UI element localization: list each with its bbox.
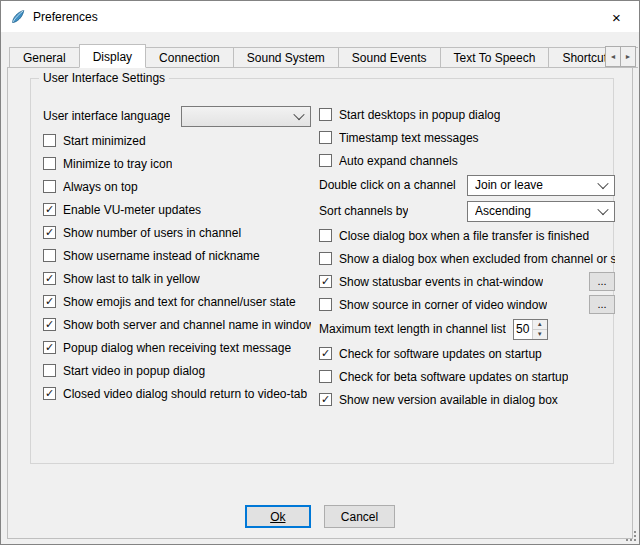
checkbox-row[interactable]: Check for beta software updates on start… xyxy=(319,365,615,388)
dialog-button-row: Ok Cancel xyxy=(8,505,632,528)
checkbox[interactable]: ✓ xyxy=(319,275,332,288)
checkbox-row[interactable]: Show a dialog box when excluded from cha… xyxy=(319,247,615,270)
checkbox-label: Popup dialog when receiving text message xyxy=(63,341,291,355)
checkbox-row[interactable]: ✓Show last to talk in yellow xyxy=(43,267,311,290)
checkbox-row[interactable]: Start video in popup dialog xyxy=(43,359,311,382)
cancel-button[interactable]: Cancel xyxy=(324,505,395,528)
checkbox-row[interactable]: Always on top xyxy=(43,175,311,198)
checkbox-row[interactable]: Auto expand channels xyxy=(319,149,615,172)
field-row: Sort channels byAscending xyxy=(319,198,615,224)
checkbox[interactable] xyxy=(43,364,56,377)
checkbox[interactable]: ✓ xyxy=(43,318,56,331)
field-label: User interface language xyxy=(43,109,170,123)
checkbox[interactable]: ✓ xyxy=(43,295,56,308)
chevron-down-icon xyxy=(597,178,608,189)
checkbox-row[interactable]: Minimize to tray icon xyxy=(43,152,311,175)
checkbox-row[interactable]: ✓Check for software updates on startup xyxy=(319,342,615,365)
checkbox-row[interactable]: ✓Enable VU-meter updates xyxy=(43,198,311,221)
spinner-arrows: ▲▼ xyxy=(532,320,547,339)
checkbox-label: Show statusbar events in chat-window xyxy=(339,275,543,289)
checkbox-row[interactable]: ✓Closed video dialog should return to vi… xyxy=(43,382,311,405)
ok-button[interactable]: Ok xyxy=(245,505,311,528)
checkbox-row[interactable]: Show source in corner of video window... xyxy=(319,293,615,316)
checkbox[interactable]: ✓ xyxy=(319,347,332,360)
checkbox[interactable]: ✓ xyxy=(43,341,56,354)
checkbox[interactable] xyxy=(319,108,332,121)
left-settings-column: User interface languageStart minimizedMi… xyxy=(43,103,311,405)
checkbox[interactable] xyxy=(43,134,56,147)
checkbox-label: Start minimized xyxy=(63,134,146,148)
checkbox-row[interactable]: Start desktops in popup dialog xyxy=(319,103,615,126)
checkbox-label: Show source in corner of video window xyxy=(339,298,547,312)
tab-connection[interactable]: Connection xyxy=(145,47,234,68)
checkbox-row[interactable]: ✓Show number of users in channel xyxy=(43,221,311,244)
tab-display[interactable]: Display xyxy=(79,44,146,68)
close-button[interactable]: × xyxy=(594,1,639,32)
dropdown-value: Ascending xyxy=(475,204,591,218)
checkbox[interactable]: ✓ xyxy=(319,393,332,406)
field-label: Maximum text length in channel list xyxy=(319,322,506,336)
checkbox-row[interactable]: ✓Popup dialog when receiving text messag… xyxy=(43,336,311,359)
field-row: Double click on a channelJoin or leave xyxy=(319,172,615,198)
language-dropdown[interactable] xyxy=(181,106,311,127)
checkbox-row[interactable]: Show username instead of nickname xyxy=(43,244,311,267)
checkbox[interactable] xyxy=(43,180,56,193)
checkbox-label: Show a dialog box when excluded from cha… xyxy=(339,252,615,266)
group-title: User Interface Settings xyxy=(39,71,169,85)
checkbox[interactable] xyxy=(319,154,332,167)
field-row: Maximum text length in channel list50▲▼ xyxy=(319,316,615,342)
checkbox[interactable] xyxy=(319,131,332,144)
more-options-button[interactable]: ... xyxy=(589,295,615,314)
sort-channels-dropdown[interactable]: Ascending xyxy=(467,201,615,222)
checkbox[interactable] xyxy=(319,298,332,311)
spin-down-icon[interactable]: ▼ xyxy=(533,330,547,339)
checkbox[interactable]: ✓ xyxy=(43,226,56,239)
chevron-down-icon xyxy=(597,204,608,215)
checkbox-label: Auto expand channels xyxy=(339,154,458,168)
tab-scroll-left-icon[interactable]: ◄ xyxy=(605,46,621,67)
more-options-button[interactable]: ... xyxy=(589,272,615,291)
checkbox-label: Show emojis and text for channel/user st… xyxy=(63,295,296,309)
checkbox-row[interactable]: Start minimized xyxy=(43,129,311,152)
checkbox-label: Start desktops in popup dialog xyxy=(339,108,500,122)
spinner-value: 50 xyxy=(514,320,532,339)
checkbox-label: Start video in popup dialog xyxy=(63,364,205,378)
dropdown-value: Join or leave xyxy=(475,178,591,192)
checkbox-label: Show new version available in dialog box xyxy=(339,393,558,407)
tab-general[interactable]: General xyxy=(9,47,80,68)
checkbox[interactable]: ✓ xyxy=(43,272,56,285)
titlebar[interactable]: Preferences × xyxy=(1,1,639,32)
checkbox[interactable] xyxy=(43,249,56,262)
checkbox-label: Show number of users in channel xyxy=(63,226,241,240)
window-title: Preferences xyxy=(33,10,98,24)
checkbox-row[interactable]: Timestamp text messages xyxy=(319,126,615,149)
tab-sound-events[interactable]: Sound Events xyxy=(338,47,441,68)
checkbox-row[interactable]: ✓Show statusbar events in chat-window... xyxy=(319,270,615,293)
checkbox[interactable]: ✓ xyxy=(43,203,56,216)
tab-scroll-right-icon[interactable]: ► xyxy=(620,46,636,67)
preferences-dialog: Preferences × GeneralDisplayConnectionSo… xyxy=(0,0,640,545)
tab-text-to-speech[interactable]: Text To Speech xyxy=(440,47,550,68)
checkbox[interactable] xyxy=(319,370,332,383)
max-text-length-spinner[interactable]: 50▲▼ xyxy=(513,319,548,340)
checkbox-row[interactable]: Close dialog box when a file transfer is… xyxy=(319,224,615,247)
checkbox[interactable] xyxy=(319,229,332,242)
checkbox[interactable] xyxy=(43,157,56,170)
checkbox-label: Closed video dialog should return to vid… xyxy=(63,387,307,401)
checkbox-label: Check for software updates on startup xyxy=(339,347,542,361)
tab-scroll-control: ◄ ► xyxy=(605,46,636,67)
checkbox-row[interactable]: ✓Show both server and channel name in wi… xyxy=(43,313,311,336)
double-click-dropdown[interactable]: Join or leave xyxy=(467,175,615,196)
checkbox-row[interactable]: ✓Show emojis and text for channel/user s… xyxy=(43,290,311,313)
display-tab-panel: User Interface Settings User interface l… xyxy=(7,67,633,539)
checkbox-label: Minimize to tray icon xyxy=(63,157,172,171)
checkbox[interactable] xyxy=(319,252,332,265)
tab-sound-system[interactable]: Sound System xyxy=(233,47,339,68)
checkbox-label: Show last to talk in yellow xyxy=(63,272,200,286)
checkbox-row[interactable]: ✓Show new version available in dialog bo… xyxy=(319,388,615,411)
checkbox-label: Show username instead of nickname xyxy=(63,249,260,263)
field-label: Double click on a channel xyxy=(319,178,456,192)
spin-up-icon[interactable]: ▲ xyxy=(533,320,547,330)
checkbox-label: Check for beta software updates on start… xyxy=(339,370,568,384)
checkbox[interactable]: ✓ xyxy=(43,387,56,400)
